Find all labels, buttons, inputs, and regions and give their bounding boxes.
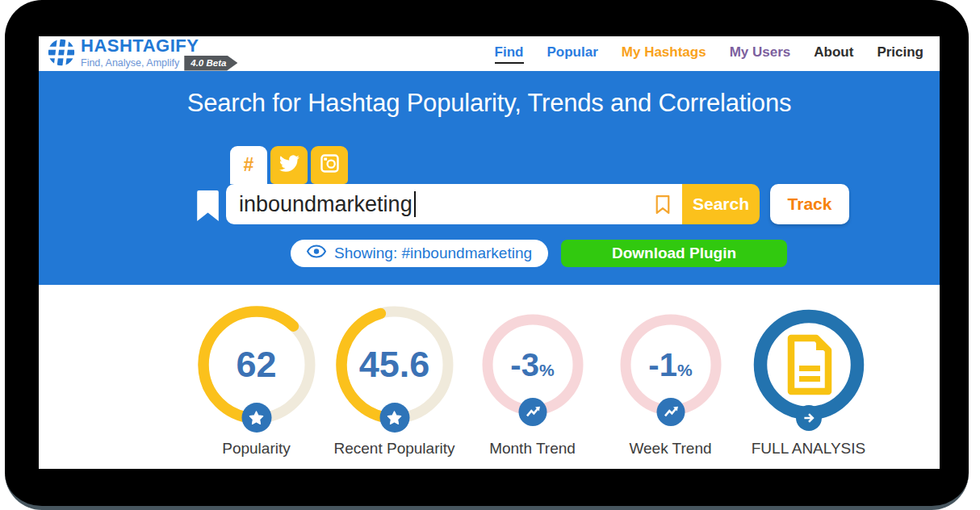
trend-arrow-icon: [656, 398, 685, 426]
nav-item-about[interactable]: About: [814, 44, 853, 64]
gauge-label: Popularity: [187, 440, 325, 458]
gauge-popularity[interactable]: 62Popularity: [187, 285, 325, 469]
star-icon: [241, 403, 271, 433]
gauge-label: Recent Popularity: [325, 440, 463, 458]
logo[interactable]: HASHTAGIFY Find, Analyse, Amplify 4.0 Be…: [47, 37, 237, 71]
gauge-week-trend[interactable]: -1%Week Trend: [601, 285, 739, 469]
nav-item-my-hashtags[interactable]: My Hashtags: [622, 44, 706, 64]
hashtagify-logo-icon: [47, 39, 76, 69]
nav-item-pricing[interactable]: Pricing: [877, 44, 923, 64]
gauge-full-analysis[interactable]: FULL ANALYSIS: [739, 285, 877, 469]
tab-instagram[interactable]: [311, 146, 348, 184]
text-caret: [414, 191, 416, 217]
gauge-dial: -3%: [474, 306, 592, 424]
hero-section: Search for Hashtag Popularity, Trends an…: [39, 71, 940, 285]
gauges-section: 62Popularity45.6Recent Popularity-3%Mont…: [187, 285, 940, 469]
gauge-unit: %: [539, 361, 555, 380]
gauge-unit: %: [677, 361, 693, 380]
gauge-month-trend[interactable]: -3%Month Trend: [463, 285, 601, 469]
brand-tagline: Find, Analyse, Amplify: [81, 58, 179, 69]
logo-text: HASHTAGIFY Find, Analyse, Amplify 4.0 Be…: [81, 37, 237, 71]
eye-icon: [307, 245, 326, 262]
nav-item-popular[interactable]: Popular: [547, 44, 598, 64]
gauge-label: FULL ANALYSIS: [739, 440, 877, 458]
hash-icon: #: [244, 154, 254, 176]
gauge-dial: [750, 306, 868, 424]
star-icon: [379, 403, 409, 433]
download-plugin-button[interactable]: Download Plugin: [561, 240, 787, 267]
showing-text: Showing: #inboundmarketing: [334, 245, 532, 262]
gauge-dial: 45.6: [336, 306, 454, 424]
arrow-right-icon: [796, 405, 822, 431]
gauge-recent-popularity[interactable]: 45.6Recent Popularity: [325, 285, 463, 469]
tab-hashtag[interactable]: #: [230, 146, 267, 184]
search-tabs: #: [230, 146, 348, 184]
gauge-label: Month Trend: [463, 440, 601, 458]
main-nav: FindPopularMy HashtagsMy UsersAboutPrici…: [495, 44, 923, 64]
app-window: HASHTAGIFY Find, Analyse, Amplify 4.0 Be…: [39, 36, 940, 469]
nav-item-my-users[interactable]: My Users: [730, 44, 791, 64]
gauge-label: Week Trend: [601, 440, 739, 458]
bookmark-icon[interactable]: [197, 190, 219, 224]
search-query: inboundmarketing: [239, 192, 413, 217]
track-button[interactable]: Track: [770, 184, 849, 224]
search-row: inboundmarketing Search Track: [226, 184, 849, 224]
showing-pill: Showing: #inboundmarketing: [291, 240, 548, 267]
search-button[interactable]: Search: [682, 184, 760, 224]
brand-name: HASHTAGIFY: [81, 37, 237, 55]
twitter-icon: [279, 153, 299, 177]
logo-subline: Find, Analyse, Amplify 4.0 Beta: [81, 56, 237, 71]
search-input[interactable]: inboundmarketing: [226, 184, 682, 224]
bookmark-outline-icon[interactable]: [655, 194, 671, 220]
nav-item-find[interactable]: Find: [495, 44, 524, 64]
hero-title: Search for Hashtag Popularity, Trends an…: [39, 89, 940, 118]
site-header: HASHTAGIFY Find, Analyse, Amplify 4.0 Be…: [39, 36, 940, 71]
version-badge: 4.0 Beta: [184, 56, 237, 71]
gauge-dial: 62: [198, 306, 316, 424]
trend-arrow-icon: [518, 398, 547, 426]
tab-twitter[interactable]: [270, 146, 308, 184]
page: HASHTAGIFY Find, Analyse, Amplify 4.0 Be…: [0, 0, 980, 510]
instagram-icon: [320, 153, 340, 177]
gauge-dial: -1%: [612, 306, 730, 424]
